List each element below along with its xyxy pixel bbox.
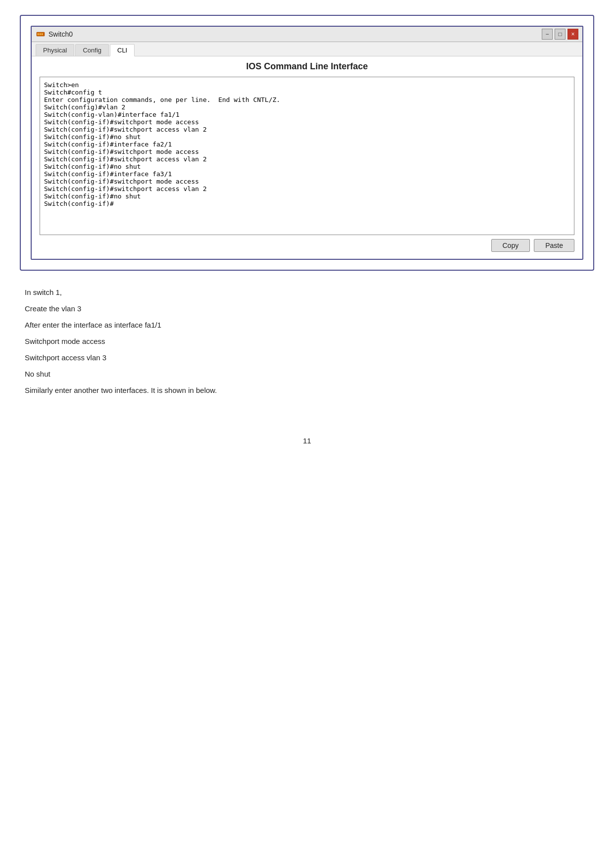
titlebar-left: Switch0 bbox=[36, 29, 73, 39]
window-controls: − □ × bbox=[542, 29, 578, 40]
cli-terminal[interactable]: Switch>en Switch#config t Enter configur… bbox=[40, 77, 574, 235]
maximize-button[interactable]: □ bbox=[555, 29, 566, 40]
tab-cli[interactable]: CLI bbox=[110, 44, 135, 56]
desc-line-4: Switchport mode access bbox=[25, 335, 589, 348]
minimize-button[interactable]: − bbox=[542, 29, 553, 40]
paste-button[interactable]: Paste bbox=[534, 239, 574, 252]
page-number: 11 bbox=[20, 436, 594, 445]
tab-config[interactable]: Config bbox=[75, 44, 109, 56]
page-outer: Switch0 − □ × Physical Config CLI IOS Co… bbox=[20, 15, 594, 271]
svg-rect-3 bbox=[42, 33, 43, 35]
switch0-window: Switch0 − □ × Physical Config CLI IOS Co… bbox=[31, 26, 583, 260]
window-body: IOS Command Line Interface Switch>en Swi… bbox=[32, 56, 582, 259]
tab-physical[interactable]: Physical bbox=[36, 44, 74, 56]
titlebar: Switch0 − □ × bbox=[32, 27, 582, 42]
section-heading: IOS Command Line Interface bbox=[40, 61, 574, 72]
svg-rect-1 bbox=[38, 33, 39, 35]
desc-line-2: Create the vlan 3 bbox=[25, 302, 589, 315]
description-block: In switch 1, Create the vlan 3 After ent… bbox=[20, 286, 594, 397]
cli-actions: Copy Paste bbox=[40, 235, 574, 254]
desc-line-5: Switchport access vlan 3 bbox=[25, 351, 589, 364]
desc-line-6: No shut bbox=[25, 367, 589, 381]
cli-output: Switch>en Switch#config t Enter configur… bbox=[44, 81, 570, 207]
close-button[interactable]: × bbox=[567, 29, 578, 40]
svg-rect-2 bbox=[40, 33, 41, 35]
desc-line-3: After enter the interface as interface f… bbox=[25, 318, 589, 332]
copy-button[interactable]: Copy bbox=[491, 239, 530, 252]
window-title: Switch0 bbox=[48, 30, 73, 38]
switch-icon bbox=[36, 29, 46, 39]
desc-line-1: In switch 1, bbox=[25, 286, 589, 299]
desc-line-7: Similarly enter another two interfaces. … bbox=[25, 384, 589, 397]
tab-bar: Physical Config CLI bbox=[32, 42, 582, 56]
